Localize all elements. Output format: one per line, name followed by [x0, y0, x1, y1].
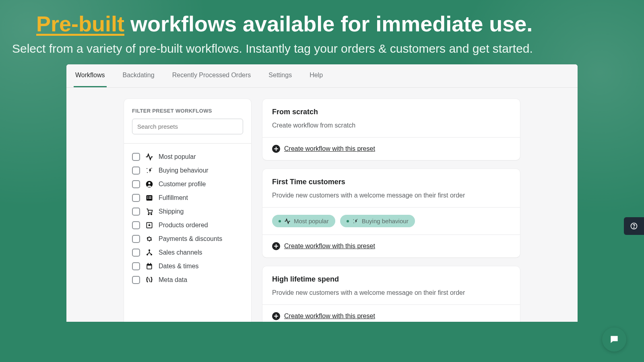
filter-payments-discounts[interactable]: Payments & discounts	[132, 234, 243, 243]
person-icon	[145, 180, 154, 189]
filter-label: Dates & times	[159, 263, 199, 270]
hero-subtitle: Select from a variety of pre-built workf…	[12, 42, 608, 56]
activity-icon	[145, 152, 154, 161]
svg-point-13	[149, 238, 150, 240]
calendar-icon	[145, 262, 154, 271]
filter-sales-channels[interactable]: Sales channels	[132, 248, 243, 257]
cart-icon	[145, 207, 154, 216]
svg-point-4	[148, 182, 150, 184]
hero-title: Pre-built workflows available for immedi…	[36, 11, 608, 36]
svg-rect-8	[147, 198, 149, 199]
checkbox[interactable]	[132, 249, 140, 257]
tag-label: Buying behaviour	[362, 218, 409, 224]
create-preset-link[interactable]: Create workflow with this preset	[284, 313, 375, 320]
create-preset-link[interactable]: Create workflow with this preset	[284, 145, 375, 152]
chat-button[interactable]	[602, 327, 626, 352]
preset-card: High lifetime spendProvide new customers…	[262, 266, 520, 322]
card-title: From scratch	[272, 108, 510, 116]
divider	[124, 143, 251, 144]
tab-backdating[interactable]: Backdating	[121, 64, 156, 87]
tab-recently-processed-orders[interactable]: Recently Processed Orders	[171, 64, 253, 87]
sidebar-title: FILTER PRESET WORKFLOWS	[132, 108, 243, 114]
tab-bar: WorkflowsBackdatingRecently Processed Or…	[66, 64, 578, 88]
filter-meta-data[interactable]: Meta data	[132, 276, 243, 284]
svg-rect-19	[148, 263, 149, 265]
svg-rect-9	[149, 198, 151, 199]
card-description: Provide new customers with a welcome mes…	[272, 289, 510, 296]
spark-icon	[145, 166, 154, 175]
hero-section: Pre-built workflows available for immedi…	[0, 0, 644, 60]
svg-point-26	[634, 228, 634, 228]
checkbox[interactable]	[132, 194, 140, 202]
filter-label: Sales channels	[159, 249, 202, 256]
dot-icon	[279, 220, 281, 222]
checkbox[interactable]	[132, 276, 140, 284]
filter-label: Products ordered	[159, 222, 208, 229]
svg-rect-20	[150, 263, 151, 265]
checkbox[interactable]	[132, 180, 140, 188]
filter-label: Fulfillment	[159, 194, 188, 202]
plus-icon	[272, 242, 280, 250]
svg-rect-6	[147, 197, 149, 197]
card-action-row: Create workflow with this preset	[262, 138, 520, 160]
content-area: FILTER PRESET WORKFLOWS Most popularBuyi…	[66, 88, 578, 322]
tag-chip: Buying behaviour	[340, 215, 415, 227]
filter-shipping[interactable]: Shipping	[132, 207, 243, 216]
hero-title-rest: workflows available for immediate use.	[124, 12, 533, 36]
card-action-row: Create workflow with this preset	[262, 305, 520, 322]
checkbox[interactable]	[132, 221, 140, 229]
checkbox[interactable]	[132, 262, 140, 270]
hero-accent: Pre-built	[36, 12, 124, 36]
filter-label: Shipping	[159, 208, 184, 215]
plus-icon	[272, 145, 280, 153]
tag-label: Most popular	[294, 218, 329, 224]
card-description: Create workflow from scratch	[272, 122, 510, 129]
card-action-row: Create workflow with this preset	[262, 235, 520, 257]
svg-point-24	[357, 219, 358, 220]
filter-customer-profile[interactable]: Customer profile	[132, 180, 243, 189]
svg-point-1	[147, 172, 148, 173]
braces-icon	[145, 276, 154, 284]
filter-fulfillment[interactable]: Fulfillment	[132, 193, 243, 202]
tag-row: Most popularBuying behaviour	[262, 208, 520, 234]
app-window: WorkflowsBackdatingRecently Processed Or…	[66, 64, 578, 322]
card-title: High lifetime spend	[272, 275, 510, 284]
activity-icon	[284, 218, 291, 224]
svg-point-14	[149, 249, 150, 251]
filter-label: Customer profile	[159, 181, 206, 188]
filter-list: Most popularBuying behaviourCustomer pro…	[132, 152, 243, 284]
filter-label: Most popular	[159, 153, 196, 160]
plus-icon	[272, 312, 280, 320]
checkbox[interactable]	[132, 208, 140, 216]
checkbox[interactable]	[132, 167, 140, 175]
filter-most-popular[interactable]: Most popular	[132, 152, 243, 161]
filter-buying-behaviour[interactable]: Buying behaviour	[132, 166, 243, 175]
create-preset-link[interactable]: Create workflow with this preset	[284, 243, 375, 250]
gear-icon	[145, 234, 154, 243]
cards-column: From scratchCreate workflow from scratch…	[262, 99, 520, 322]
help-sidebar-toggle[interactable]	[624, 217, 644, 235]
dot-icon	[347, 220, 349, 222]
search-input[interactable]	[132, 119, 243, 134]
filter-label: Meta data	[159, 276, 187, 284]
filter-products-ordered[interactable]: Products ordered	[132, 221, 243, 230]
filter-label: Buying behaviour	[159, 167, 208, 174]
tab-workflows[interactable]: Workflows	[74, 64, 107, 87]
checkbox[interactable]	[132, 153, 140, 161]
tab-settings[interactable]: Settings	[267, 64, 293, 87]
preset-card: From scratchCreate workflow from scratch…	[262, 99, 520, 160]
svg-point-11	[151, 214, 152, 215]
nodes-icon	[145, 248, 154, 257]
spark-icon	[352, 218, 359, 224]
svg-point-23	[353, 222, 354, 223]
card-title: First Time customers	[272, 178, 510, 186]
svg-point-2	[151, 168, 152, 169]
filter-dates-times[interactable]: Dates & times	[132, 262, 243, 271]
box-down-icon	[145, 221, 154, 230]
svg-point-0	[147, 168, 147, 169]
list-icon	[145, 193, 154, 202]
svg-point-10	[148, 214, 149, 215]
tab-help[interactable]: Help	[308, 64, 324, 87]
checkbox[interactable]	[132, 235, 140, 243]
preset-card: First Time customersProvide new customer…	[262, 169, 520, 257]
